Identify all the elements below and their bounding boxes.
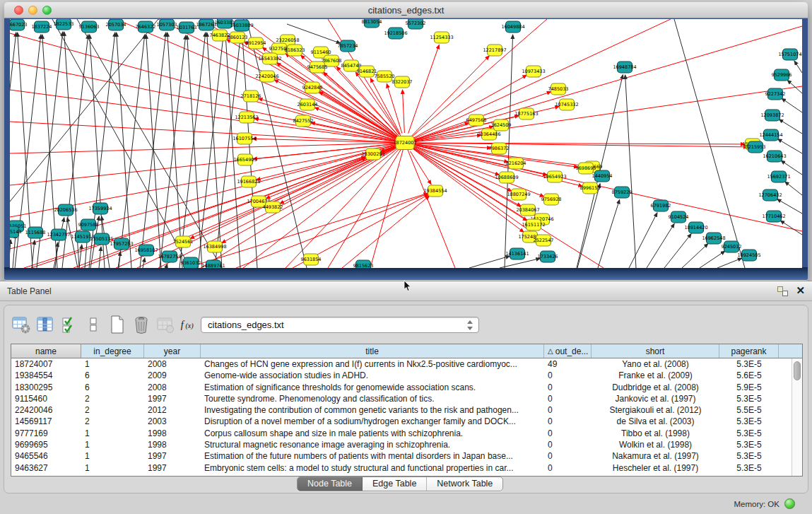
network-node[interactable]: 8322037 xyxy=(392,76,413,88)
network-node[interactable]: 19218506 xyxy=(384,28,407,39)
network-node[interactable]: 16654905 xyxy=(233,154,257,165)
network-node[interactable]: 19654923 xyxy=(543,171,566,182)
network-node[interactable]: 9245012 xyxy=(722,241,742,252)
network-node[interactable]: 8759229 xyxy=(612,187,632,198)
column-header-out_de[interactable]: △out_de... xyxy=(544,344,592,358)
function-builder-icon[interactable]: f(x) xyxy=(180,315,199,334)
network-node[interactable]: 18724007 xyxy=(393,136,416,150)
select-all-columns-icon[interactable] xyxy=(59,315,79,334)
network-node[interactable]: 7524561 xyxy=(173,236,194,247)
network-node[interactable]: 14136141 xyxy=(505,248,529,259)
network-node[interactable]: 5667023 xyxy=(10,19,27,30)
network-node[interactable]: 9529966 xyxy=(772,69,792,81)
tab-node-table[interactable]: Node Table xyxy=(298,477,363,491)
network-node[interactable]: 8813054 xyxy=(362,19,382,28)
network-node[interactable]: 9242848 xyxy=(302,82,323,93)
network-node[interactable]: 7463822 xyxy=(210,30,230,41)
network-node[interactable]: 15751074 xyxy=(778,49,801,60)
network-window-titlebar[interactable]: citations_edges.txt xyxy=(4,2,808,18)
table-row[interactable]: 911546021997Tourette syndrome. Phenomeno… xyxy=(11,393,792,404)
network-node[interactable]: 12213563 xyxy=(235,112,258,123)
table-row[interactable]: 1872400712008Changes of HCN gene express… xyxy=(11,358,792,370)
delete-column-icon[interactable] xyxy=(131,315,151,334)
show-columns-icon[interactable] xyxy=(35,315,55,334)
network-node[interactable]: 17359934 xyxy=(88,203,112,214)
network-node[interactable]: 11254333 xyxy=(430,32,453,43)
network-node[interactable]: 1031763 xyxy=(177,22,197,33)
table-row[interactable]: 1830029562008Estimation of significance … xyxy=(11,382,792,393)
network-node[interactable]: 8912954 xyxy=(246,37,266,49)
network-node[interactable]: 19384554 xyxy=(423,185,447,197)
network-node[interactable]: 1837224 xyxy=(32,21,52,33)
column-header-name[interactable]: name xyxy=(11,344,81,358)
network-node[interactable]: 12342757 xyxy=(47,229,70,240)
network-node[interactable]: 12093872 xyxy=(760,110,784,121)
network-node[interactable]: 12444154 xyxy=(759,129,782,141)
network-node[interactable]: 16958107 xyxy=(134,245,158,256)
network-node[interactable]: 3624509 xyxy=(491,119,512,131)
column-header-short[interactable]: short xyxy=(592,344,719,358)
network-node[interactable]: 1057303 xyxy=(157,19,177,30)
network-node[interactable]: 9227342 xyxy=(765,88,786,100)
network-node[interactable]: 10973433 xyxy=(522,66,545,77)
scrollbar-thumb[interactable] xyxy=(794,361,801,380)
table-row[interactable]: 1456911722003Disruption of a novel membe… xyxy=(11,416,792,427)
network-node[interactable]: 9104524 xyxy=(669,211,689,223)
column-header-title[interactable]: title xyxy=(201,344,544,358)
network-node[interactable]: 2057034 xyxy=(106,19,126,30)
table-row[interactable]: 1938455462009Genome-wide association stu… xyxy=(11,370,792,381)
network-node[interactable]: 1440954 xyxy=(592,170,613,182)
network-node[interactable]: 2603144 xyxy=(298,99,318,110)
vertical-scrollbar[interactable] xyxy=(792,358,802,476)
network-node[interactable]: 16210643 xyxy=(763,151,786,162)
table-row[interactable]: 977716911998Corpus callosum shape and si… xyxy=(11,428,792,439)
network-node[interactable]: 19166825 xyxy=(237,176,260,187)
tab-edge-table[interactable]: Edge Table xyxy=(363,477,427,491)
network-node[interactable]: 1733426 xyxy=(538,251,558,262)
network-node[interactable]: 4493822 xyxy=(263,201,283,213)
network-node[interactable]: 16384998 xyxy=(203,241,226,252)
network-node[interactable]: 16962548 xyxy=(702,233,725,244)
network-node[interactable]: 12217897 xyxy=(483,45,506,56)
network-node[interactable]: 9361032 xyxy=(181,257,201,268)
network-node[interactable]: 8427552 xyxy=(293,115,314,127)
network-node[interactable]: 20206536 xyxy=(54,204,77,216)
network-node[interactable]: 1867263 xyxy=(196,19,217,30)
new-column-icon[interactable] xyxy=(107,315,127,334)
delete-table-icon[interactable] xyxy=(155,315,175,334)
network-node[interactable]: 8216204 xyxy=(506,158,526,169)
network-node[interactable]: 8186323 xyxy=(285,45,305,56)
float-window-icon[interactable] xyxy=(777,286,788,296)
network-node[interactable]: 7485033 xyxy=(548,83,569,95)
network-node[interactable]: 1115688 xyxy=(25,227,46,238)
network-canvas[interactable]: 1872400723226058932750516543382224200462… xyxy=(10,19,802,268)
network-node[interactable]: 7857234 xyxy=(338,40,358,52)
network-node[interactable]: 1822533 xyxy=(54,19,74,30)
network-node[interactable]: 8215953 xyxy=(746,141,766,153)
network-node[interactable]: 9815623 xyxy=(353,260,374,268)
network-node[interactable]: 9475685 xyxy=(307,62,328,73)
table-row[interactable]: 946362711997Embryonic stem cells: a mode… xyxy=(11,462,792,474)
column-header-pagerank[interactable]: pagerank xyxy=(719,344,779,358)
network-node[interactable]: 6497568 xyxy=(466,115,487,126)
network-node[interactable]: 10688609 xyxy=(495,172,518,183)
network-node[interactable]: 9097588 xyxy=(78,219,99,230)
network-node[interactable]: 15692371 xyxy=(767,171,790,182)
close-icon[interactable]: ✕ xyxy=(796,284,805,297)
network-node[interactable]: 6791982 xyxy=(651,200,671,211)
column-header-in_degree[interactable]: in_degree xyxy=(81,344,144,358)
network-node[interactable]: 8996153 xyxy=(580,182,601,194)
network-node[interactable]: 10924505 xyxy=(737,250,760,261)
table-row[interactable]: 946554611997Estimation of the future num… xyxy=(11,450,792,462)
network-node[interactable]: 17710462 xyxy=(762,211,785,222)
network-node[interactable]: 16049884 xyxy=(501,21,524,33)
network-node[interactable]: 9698695 xyxy=(576,163,596,174)
network-node[interactable]: 9631854 xyxy=(301,254,322,265)
network-node[interactable]: 7986372 xyxy=(489,143,510,154)
network-node[interactable]: 16948784 xyxy=(613,62,636,73)
table-row[interactable]: 2242004622012Investigating the contribut… xyxy=(11,404,792,416)
network-node[interactable]: 8860123 xyxy=(228,32,248,43)
network-node[interactable]: 7646322 xyxy=(136,21,156,33)
table-settings-icon[interactable] xyxy=(11,315,31,334)
network-node[interactable]: 2522547 xyxy=(534,235,554,246)
